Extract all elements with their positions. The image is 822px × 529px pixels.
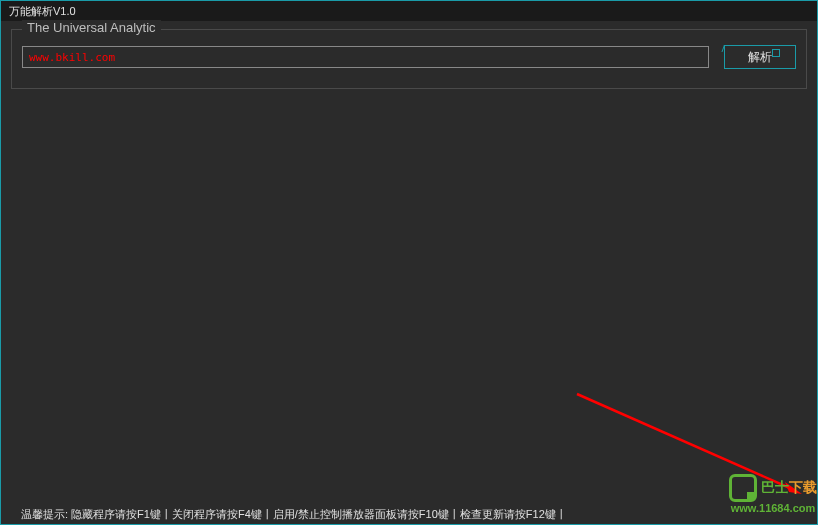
logo-text: 巴士下载 (761, 479, 817, 497)
group-label: The Universal Analytic (22, 20, 161, 35)
status-bar: 温馨提示: 隐藏程序请按F1键丨关闭程序请按F4键丨启用/禁止控制播放器面板请按… (1, 504, 817, 524)
watermark-url: www.11684.com (731, 502, 816, 514)
analytic-group: The Universal Analytic 解析 (11, 29, 807, 89)
main-content: The Universal Analytic 解析 (1, 21, 817, 97)
logo-icon (729, 474, 757, 502)
watermark: 巴士下载 www.11684.com (729, 474, 817, 514)
url-input[interactable] (22, 46, 709, 68)
brand-part1: 巴士 (761, 479, 789, 495)
app-window: 万能解析V1.0 The Universal Analytic 解析 温馨提示:… (0, 0, 818, 525)
status-text: 温馨提示: 隐藏程序请按F1键丨关闭程序请按F4键丨启用/禁止控制播放器面板请按… (21, 508, 567, 520)
input-row: 解析 (22, 45, 796, 69)
watermark-logo: 巴士下载 (729, 474, 817, 502)
parse-button[interactable]: 解析 (724, 45, 796, 69)
brand-part2: 下载 (789, 479, 817, 495)
window-title: 万能解析V1.0 (9, 5, 76, 17)
title-bar: 万能解析V1.0 (1, 1, 817, 21)
